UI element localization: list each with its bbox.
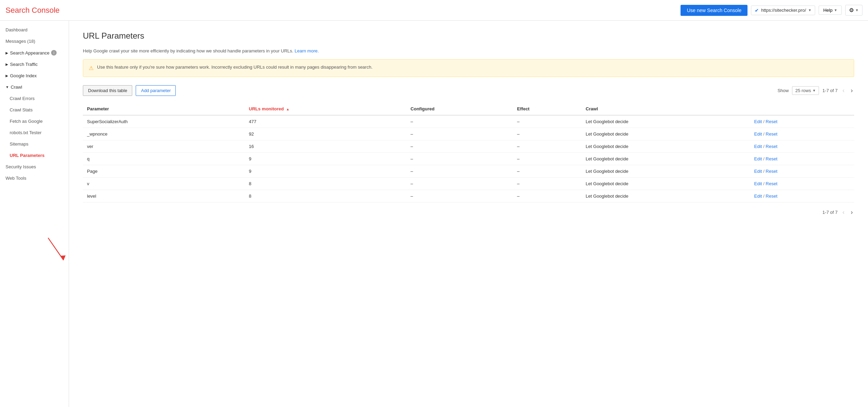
search-traffic-label: Search Traffic — [10, 62, 38, 67]
cell-configured: – — [406, 152, 513, 165]
cell-crawl: Let Googlebot decide — [581, 177, 750, 190]
cell-urls-monitored: 8 — [245, 190, 406, 202]
url-parameters-label: URL Parameters — [10, 153, 45, 158]
robots-txt-label: robots.txt Tester — [10, 130, 41, 135]
sidebar-item-search-appearance[interactable]: ▶ Search Appearance i — [0, 47, 69, 59]
collapse-icon: ▼ — [6, 85, 9, 89]
separator: / — [763, 156, 765, 161]
cell-parameter: q — [83, 152, 245, 165]
cell-configured: – — [406, 190, 513, 202]
sidebar-item-crawl-errors[interactable]: Crawl Errors — [0, 93, 69, 104]
cell-effect: – — [513, 190, 582, 202]
reset-link[interactable]: Reset — [766, 181, 778, 186]
cell-effect: – — [513, 165, 582, 177]
table-row: _wpnonce 92 – – Let Googlebot decide Edi… — [83, 128, 854, 140]
sidebar-item-url-parameters[interactable]: URL Parameters — [0, 150, 69, 161]
reset-link[interactable]: Reset — [766, 169, 778, 174]
info-icon: i — [51, 50, 57, 56]
col-urls-monitored[interactable]: URLs monitored ▲ — [245, 103, 406, 115]
edit-link[interactable]: Edit — [754, 131, 762, 137]
show-label: Show — [778, 88, 789, 93]
table-row: q 9 – – Let Googlebot decide Edit / Rese… — [83, 152, 854, 165]
pagination-top: 1-7 of 7 — [822, 88, 838, 93]
sidebar-item-messages[interactable]: Messages (18) — [0, 36, 69, 47]
table-row: ver 16 – – Let Googlebot decide Edit / R… — [83, 140, 854, 152]
download-table-button[interactable]: Download this table — [83, 85, 132, 96]
sidebar-item-robots-txt[interactable]: robots.txt Tester — [0, 127, 69, 138]
sidebar-item-web-tools[interactable]: Web Tools — [0, 172, 69, 184]
cell-parameter: Page — [83, 165, 245, 177]
prev-page-button[interactable]: ‹ — [841, 86, 846, 95]
next-page-bottom-button[interactable]: › — [849, 208, 854, 217]
edit-link[interactable]: Edit — [754, 156, 762, 161]
sidebar-item-dashboard[interactable]: Dashboard — [0, 24, 69, 36]
table-row: level 8 – – Let Googlebot decide Edit / … — [83, 190, 854, 202]
sidebar-item-security-issues[interactable]: Security Issues — [0, 161, 69, 172]
fetch-as-google-label: Fetch as Google — [10, 119, 42, 124]
separator: / — [763, 169, 765, 174]
svg-line-0 — [48, 238, 64, 260]
page-description: Help Google crawl your site more efficie… — [83, 48, 854, 54]
col-actions — [750, 103, 854, 115]
sidebar-item-sitemaps[interactable]: Sitemaps — [0, 138, 69, 150]
cell-actions: Edit / Reset — [750, 177, 854, 190]
cell-actions: Edit / Reset — [750, 128, 854, 140]
cell-urls-monitored: 477 — [245, 115, 406, 128]
sitemaps-label: Sitemaps — [10, 141, 28, 147]
chevron-down-icon: ▼ — [812, 89, 816, 92]
settings-button[interactable]: ⚙ ▼ — [845, 5, 862, 16]
sidebar-item-crawl-stats[interactable]: Crawl Stats — [0, 104, 69, 116]
cell-configured: – — [406, 165, 513, 177]
edit-link[interactable]: Edit — [754, 169, 762, 174]
expand-icon: ▶ — [6, 74, 8, 78]
sidebar-item-search-traffic[interactable]: ▶ Search Traffic — [0, 59, 69, 70]
sidebar: Dashboard Messages (18) ▶ Search Appeara… — [0, 21, 69, 407]
next-page-button[interactable]: › — [849, 86, 854, 95]
new-console-button[interactable]: Use new Search Console — [681, 5, 748, 16]
site-url: https://sitechecker.pro/ — [761, 8, 806, 13]
sidebar-item-google-index[interactable]: ▶ Google Index — [0, 70, 69, 81]
layout: Dashboard Messages (18) ▶ Search Appeara… — [0, 21, 868, 407]
cell-effect: – — [513, 128, 582, 140]
sidebar-item-fetch-as-google[interactable]: Fetch as Google — [0, 116, 69, 127]
reset-link[interactable]: Reset — [766, 119, 778, 124]
reset-link[interactable]: Reset — [766, 144, 778, 149]
edit-link[interactable]: Edit — [754, 144, 762, 149]
app-logo[interactable]: Search Console — [6, 6, 60, 15]
add-parameter-button[interactable]: Add parameter — [136, 85, 176, 96]
pagination-bottom: 1-7 of 7 — [822, 210, 838, 215]
main-content: URL Parameters Help Google crawl your si… — [69, 21, 868, 407]
learn-more-link[interactable]: Learn more. — [295, 48, 319, 53]
rows-select[interactable]: 25 rows ▼ — [792, 86, 819, 95]
separator: / — [763, 181, 765, 186]
edit-link[interactable]: Edit — [754, 193, 762, 199]
help-label: Help — [823, 8, 832, 13]
reset-link[interactable]: Reset — [766, 131, 778, 137]
header-right: Use new Search Console ✔ https://siteche… — [681, 5, 862, 16]
cell-configured: – — [406, 115, 513, 128]
cell-crawl: Let Googlebot decide — [581, 128, 750, 140]
site-selector[interactable]: ✔ https://sitechecker.pro/ ▼ — [751, 6, 815, 15]
cell-configured: – — [406, 140, 513, 152]
table-body: SuperSocializerAuth 477 – – Let Googlebo… — [83, 115, 854, 202]
prev-page-bottom-button[interactable]: ‹ — [841, 208, 846, 217]
cell-configured: – — [406, 128, 513, 140]
dashboard-label: Dashboard — [6, 27, 28, 32]
sidebar-item-crawl[interactable]: ▼ Crawl — [0, 81, 69, 93]
reset-link[interactable]: Reset — [766, 193, 778, 199]
cell-parameter: SuperSocializerAuth — [83, 115, 245, 128]
help-button[interactable]: Help ▼ — [819, 6, 842, 15]
edit-link[interactable]: Edit — [754, 181, 762, 186]
table-row: v 8 – – Let Googlebot decide Edit / Rese… — [83, 177, 854, 190]
toolbar-left: Download this table Add parameter — [83, 85, 176, 96]
search-appearance-label: Search Appearance — [10, 50, 49, 56]
page-title: URL Parameters — [83, 31, 854, 41]
cell-effect: – — [513, 152, 582, 165]
reset-link[interactable]: Reset — [766, 156, 778, 161]
cell-urls-monitored: 9 — [245, 165, 406, 177]
sort-asc-icon: ▲ — [286, 107, 290, 111]
col-configured: Configured — [406, 103, 513, 115]
toolbar: Download this table Add parameter Show 2… — [83, 85, 854, 96]
warning-text: Use this feature only if you're sure how… — [97, 64, 373, 71]
edit-link[interactable]: Edit — [754, 119, 762, 124]
